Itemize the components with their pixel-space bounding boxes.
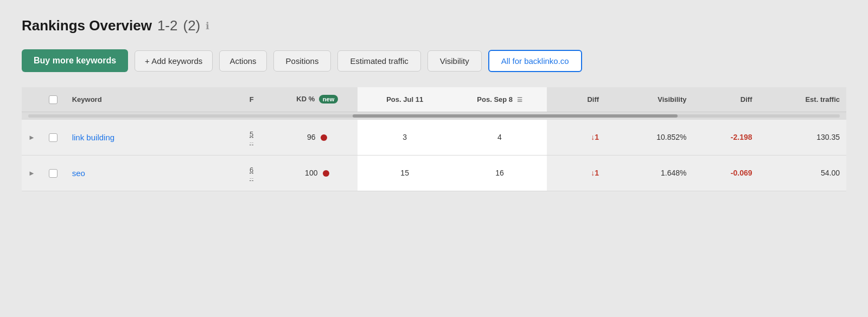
- th-kd-label: KD %: [296, 95, 315, 103]
- diff-value-2: ↓1: [591, 169, 599, 177]
- keyword-link-2[interactable]: seo: [72, 169, 85, 178]
- scrollbar-thumb[interactable]: [353, 114, 677, 118]
- positions-tab[interactable]: Positions: [273, 50, 331, 72]
- red-dot-1: [321, 134, 327, 141]
- page-container: Rankings Overview 1-2 (2) ℹ Buy more key…: [0, 0, 868, 317]
- pos1-value-2: 15: [400, 169, 409, 177]
- diff-cell-1: ↓1: [547, 120, 605, 156]
- check-cell-1: [42, 120, 66, 156]
- table-row: ► seo 6 -- 100: [22, 155, 846, 191]
- f-value-2: 6 --: [233, 166, 271, 181]
- pos2-cell-2: 16: [452, 155, 547, 191]
- pos2-value-1: 4: [497, 133, 502, 141]
- actions-button[interactable]: Actions: [219, 50, 266, 72]
- diff-value-1: ↓1: [591, 133, 599, 141]
- scrollbar-row: [22, 112, 846, 120]
- check-cell-2: [42, 155, 66, 191]
- vis-diff-cell-2: -0.069: [693, 155, 758, 191]
- th-f-label: F: [250, 95, 254, 103]
- all-for-tab[interactable]: All for backlinko.co: [488, 50, 582, 72]
- vis-diff-cell-1: -2.198: [693, 120, 758, 156]
- th-expand: [22, 87, 42, 112]
- buy-keywords-button[interactable]: Buy more keywords: [22, 49, 128, 72]
- est-traffic-cell-1: 130.35: [759, 120, 847, 156]
- scrollbar-track[interactable]: [28, 114, 840, 118]
- keyword-cell-1: link building: [66, 120, 226, 156]
- table-header-row: Keyword F KD % new Pos. Jul 11 Pos. Sep …: [22, 87, 846, 112]
- th-est-traffic-label: Est. traffic: [805, 95, 840, 103]
- expand-cell-1: ►: [22, 120, 42, 156]
- row-checkbox-2[interactable]: [49, 169, 58, 178]
- th-diff-label: Diff: [587, 95, 599, 103]
- diff-cell-2: ↓1: [547, 155, 605, 191]
- kd-cell-2: 100: [277, 155, 358, 191]
- th-visibility-label: Visibility: [658, 95, 686, 103]
- vis-diff-value-1: -2.198: [731, 133, 752, 141]
- expand-cell-2: ►: [22, 155, 42, 191]
- estimated-traffic-tab[interactable]: Estimated traffic: [337, 50, 420, 72]
- pos2-value-2: 16: [495, 169, 504, 177]
- th-est-traffic: Est. traffic: [759, 87, 847, 112]
- th-vis-diff-label: Diff: [741, 95, 752, 103]
- red-dot-2: [323, 170, 329, 177]
- info-icon[interactable]: ℹ: [206, 20, 209, 32]
- th-pos2: Pos. Sep 8 ☰: [452, 87, 547, 112]
- th-diff: Diff: [547, 87, 605, 112]
- table-wrapper: Keyword F KD % new Pos. Jul 11 Pos. Sep …: [22, 87, 846, 191]
- est-traffic-value-1: 130.35: [816, 133, 840, 141]
- visibility-value-1: 10.852%: [656, 133, 686, 141]
- th-keyword-label: Keyword: [72, 95, 102, 103]
- th-pos1-label: Pos. Jul 11: [386, 95, 423, 103]
- pos2-cell-1: 4: [452, 120, 547, 156]
- f-value-1: 5 --: [233, 130, 271, 145]
- visibility-cell-2: 1.648%: [605, 155, 693, 191]
- kd-new-badge: new: [319, 95, 338, 103]
- table-row: ► link building 5 --: [22, 120, 846, 156]
- page-range: 1-2: [157, 17, 178, 34]
- pos1-value-1: 3: [403, 133, 407, 141]
- pos1-cell-1: 3: [358, 120, 452, 156]
- f-cell-2: 6 --: [226, 155, 277, 191]
- visibility-value-2: 1.648%: [661, 169, 686, 177]
- th-visibility: Visibility: [605, 87, 693, 112]
- th-f: F: [226, 87, 277, 112]
- page-count: (2): [183, 17, 200, 34]
- th-checkbox: [42, 87, 66, 112]
- toolbar: Buy more keywords + Add keywords Actions…: [22, 49, 846, 72]
- kd-value-2: 100: [305, 169, 317, 177]
- vis-diff-value-2: -0.069: [731, 169, 752, 177]
- page-header: Rankings Overview 1-2 (2) ℹ: [22, 17, 846, 34]
- th-kd: KD % new: [277, 87, 358, 112]
- f-cell-1: 5 --: [226, 120, 277, 156]
- visibility-tab[interactable]: Visibility: [427, 50, 482, 72]
- kd-value-1: 96: [307, 133, 316, 141]
- header-checkbox[interactable]: [49, 95, 58, 104]
- page-title: Rankings Overview: [22, 17, 152, 34]
- th-pos1: Pos. Jul 11: [358, 87, 452, 112]
- visibility-cell-1: 10.852%: [605, 120, 693, 156]
- expand-icon-1[interactable]: ►: [28, 133, 35, 141]
- row-checkbox-1[interactable]: [49, 133, 58, 142]
- keyword-cell-2: seo: [66, 155, 226, 191]
- sort-icon[interactable]: ☰: [517, 96, 522, 103]
- expand-icon-2[interactable]: ►: [28, 169, 35, 177]
- pos1-cell-2: 15: [358, 155, 452, 191]
- th-vis-diff: Diff: [693, 87, 758, 112]
- th-keyword: Keyword: [66, 87, 226, 112]
- est-traffic-cell-2: 54.00: [759, 155, 847, 191]
- est-traffic-value-2: 54.00: [821, 169, 840, 177]
- rankings-table: Keyword F KD % new Pos. Jul 11 Pos. Sep …: [22, 87, 846, 191]
- kd-cell-1: 96: [277, 120, 358, 156]
- th-pos2-label: Pos. Sep 8: [477, 95, 513, 103]
- keyword-link-1[interactable]: link building: [72, 133, 114, 142]
- add-keywords-button[interactable]: + Add keywords: [135, 50, 213, 72]
